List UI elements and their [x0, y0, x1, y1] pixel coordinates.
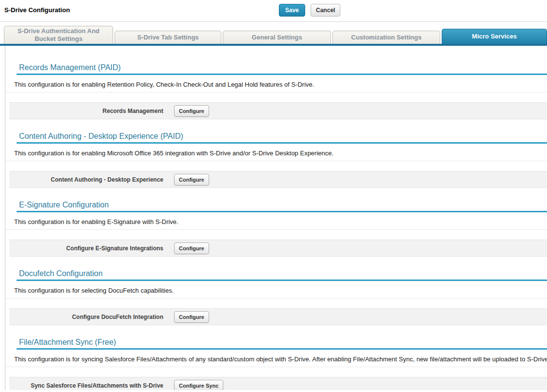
config-row-label: Content Authoring - Desktop Experience	[9, 176, 163, 183]
section-file-attachment-sync: File/Attachment Sync (Free) This configu…	[5, 338, 547, 390]
configure-records-management-button[interactable]: Configure	[174, 105, 209, 117]
section-title: Content Authoring - Desktop Experience (…	[17, 132, 547, 144]
tab-customization-settings[interactable]: Customization Settings	[332, 31, 440, 44]
section-title: Docufetch Configuration	[17, 269, 547, 281]
configure-esignature-button[interactable]: Configure	[174, 243, 209, 254]
divider	[5, 161, 547, 161]
divider	[5, 367, 547, 367]
save-button[interactable]: Save	[279, 4, 305, 17]
configure-docufetch-button[interactable]: Configure	[174, 311, 209, 323]
section-esignature: E-Signature Configuration This configura…	[5, 201, 547, 257]
section-title: Records Management (PAID)	[17, 63, 547, 75]
config-row: Configure DocuFetch Integration Configur…	[9, 308, 547, 325]
cancel-button[interactable]: Cancel	[311, 4, 340, 17]
section-title: E-Signature Configuration	[17, 201, 547, 212]
config-row: Records Management Configure	[9, 102, 547, 119]
divider	[5, 298, 547, 299]
config-row: Sync Salesforce Files/Attachments with S…	[9, 377, 547, 390]
section-description: This configuration is for enabling E-Sig…	[14, 218, 547, 225]
configure-sync-button[interactable]: Configure Sync	[174, 380, 223, 391]
section-title: File/Attachment Sync (Free)	[17, 338, 547, 350]
tab-micro-services[interactable]: Micro Services	[442, 29, 547, 44]
section-description: This configuration is for selecting Docu…	[14, 287, 547, 294]
tab-bar: S-Drive Authentication And Bucket Settin…	[0, 22, 547, 46]
page-title: S-Drive Configuration	[4, 6, 70, 14]
config-row-label: Configure E-Signature Integrations	[9, 245, 163, 252]
tab-general-settings[interactable]: General Settings	[223, 31, 331, 44]
config-row: Configure E-Signature Integrations Confi…	[9, 240, 547, 257]
section-content-authoring: Content Authoring - Desktop Experience (…	[5, 132, 547, 188]
tab-sdrive-tab-settings[interactable]: S-Drive Tab Settings	[115, 31, 221, 44]
config-row-label: Records Management	[9, 108, 163, 114]
header-buttons: Save Cancel	[279, 4, 340, 17]
divider	[5, 229, 547, 230]
config-row-label: Sync Salesforce Files/Attachments with S…	[9, 382, 163, 389]
section-description: This configuration is for enabling Micro…	[14, 149, 547, 157]
section-description: This configuration is for enabling Reten…	[14, 81, 547, 88]
tab-content-panel: Records Management (PAID) This configura…	[5, 46, 547, 390]
divider	[5, 92, 547, 93]
config-row-label: Configure DocuFetch Integration	[9, 314, 163, 320]
section-description: This configuration is for syncing Salesf…	[14, 355, 547, 363]
tab-sdrive-authentication-and-bucket-settings[interactable]: S-Drive Authentication And Bucket Settin…	[4, 26, 113, 44]
page-header: S-Drive Configuration Save Cancel	[0, 0, 547, 22]
config-row: Content Authoring - Desktop Experience C…	[9, 171, 547, 188]
configure-content-authoring-button[interactable]: Configure	[174, 174, 209, 186]
section-records-management: Records Management (PAID) This configura…	[5, 63, 547, 119]
section-docufetch: Docufetch Configuration This configurati…	[5, 269, 547, 325]
